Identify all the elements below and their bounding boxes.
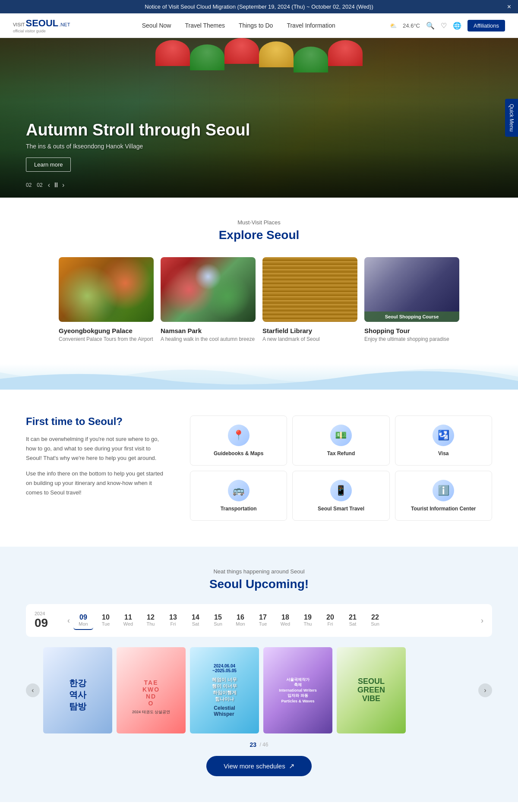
calendar-day-15[interactable]: 15 Sun (208, 611, 228, 630)
ft-card-guidebooks[interactable]: 📍 Guidebooks & Maps (190, 415, 287, 466)
slide-next-icon[interactable]: › (62, 181, 64, 189)
firsttime-desc2: Use the info there on the bottom to help… (26, 469, 164, 497)
calendar-day-22[interactable]: 22 Sun (365, 611, 385, 630)
nav-travel-themes[interactable]: Travel Themes (185, 22, 225, 29)
hero-learn-more-button[interactable]: Learn more (26, 157, 71, 172)
tax-refund-icon: 💵 (330, 425, 352, 446)
firsttime-title: First time to Seoul? (26, 415, 164, 428)
explore-card-gyeongbokgung[interactable]: Gyeongbokgung Palace Convenient Palace T… (59, 257, 154, 342)
day-name-10: Tue (102, 621, 110, 626)
firsttime-grid: 📍 Guidebooks & Maps 💵 Tax Refund 🛂 Visa … (190, 415, 492, 521)
day-name-14: Sat (192, 621, 199, 626)
close-icon[interactable]: × (507, 3, 511, 11)
calendar-day-16[interactable]: 16 Mon (231, 611, 250, 630)
calendar-day-19[interactable]: 19 Thu (298, 611, 318, 630)
calendar-day-12[interactable]: 12 Thu (141, 611, 161, 630)
calendar-day-18[interactable]: 18 Wed (275, 611, 295, 630)
slide-current: 02 (26, 182, 32, 188)
slide-prev-icon[interactable]: ‹ (48, 181, 50, 189)
calendar-day-14[interactable]: 14 Sat (186, 611, 205, 630)
calendar-day-10[interactable]: 10 Tue (96, 611, 116, 630)
search-icon[interactable]: 🔍 (426, 22, 435, 30)
day-num-11: 11 (124, 614, 132, 621)
calendar-day-20[interactable]: 20 Fri (320, 611, 340, 630)
calendar-day-13[interactable]: 13 Fri (163, 611, 183, 630)
explore-card-shopping[interactable]: Seoul Shopping Course Shopping Tour Enjo… (364, 257, 459, 342)
visa-icon: 🛂 (433, 425, 454, 446)
ft-card-smart-travel[interactable]: 📱 Seoul Smart Travel (292, 471, 389, 521)
heart-icon[interactable]: ♡ (441, 22, 447, 30)
calendar-day-17[interactable]: 17 Tue (253, 611, 273, 630)
poster-writers-inner: 서울국제작가축제International Writers입자와 파동Parti… (263, 647, 332, 733)
nav-things-to-do[interactable]: Things to Do (239, 22, 273, 29)
transport-icon: 🚌 (228, 480, 250, 501)
calendar-day-09[interactable]: 09 Mon (73, 611, 93, 630)
slide-pause-icon[interactable]: ⏸ (53, 181, 60, 189)
explore-section-title: Explore Seoul (26, 228, 492, 242)
event-poster-writers[interactable]: 서울국제작가축제International Writers입자와 파동Parti… (263, 647, 332, 733)
taekwondo-subtitle: 2024 태권도 상설공연 (132, 709, 170, 715)
event-poster-hangang[interactable]: 한강역사탐방 (43, 647, 112, 733)
affiliations-button[interactable]: Affiliations (467, 20, 505, 31)
logo-visit: VISIT (13, 22, 25, 27)
events-row: ‹ 한강역사탐방 TAEKWONDO 2024 태권도 상설공연 2024.06… (26, 647, 492, 733)
ft-card-tourist-info[interactable]: ℹ️ Tourist Information Center (395, 471, 492, 521)
hero-umbrellas (0, 38, 518, 90)
slide-controls: ‹ ⏸ › (48, 181, 65, 189)
visa-label: Visa (438, 450, 449, 456)
event-poster-greenvibe[interactable]: SEOULGREENVIBE (337, 647, 406, 733)
nav-seoul-now[interactable]: Seoul Now (142, 22, 171, 29)
explore-card-namsan[interactable]: Namsan Park A healing walk in the cool a… (161, 257, 256, 342)
tourist-info-icon: ℹ️ (433, 480, 454, 501)
upcoming-header: Neat things happening around Seoul Seoul… (26, 568, 492, 591)
card-image-starfield (262, 257, 357, 322)
temperature: 24.6°C (403, 22, 420, 29)
card-image-gyeongbokgung (59, 257, 154, 322)
celestial-title: 헤엄이 너무행이 이너무하임이행게힘나이나 (212, 677, 237, 702)
event-poster-taekwondo[interactable]: TAEKWONDO 2024 태권도 상설공연 (117, 647, 186, 733)
nav-travel-info[interactable]: Travel Information (287, 22, 335, 29)
view-more-wrap: View more schedules ↗ (26, 756, 492, 776)
calendar-year: 2024 (35, 611, 60, 616)
events-prev-button[interactable]: ‹ (26, 683, 40, 697)
guidebooks-label: Guidebooks & Maps (214, 450, 263, 456)
logo-net: .NET (59, 22, 70, 27)
card-desc-starfield: A new landmark of Seoul (262, 336, 357, 342)
poster-celestial-inner: 2024.06.04~2025.05.05 헤엄이 너무행이 이너무하임이행게힘… (190, 647, 259, 733)
calendar-days: 09 Mon 10 Tue 11 Wed 12 Thu 13 Fri 14 Sa… (73, 611, 477, 630)
logo: VISIT SEOUL .NET official visitor guide (13, 18, 70, 33)
day-name-22: Sun (371, 621, 379, 626)
hero-section: Autumn Stroll through Seoul The ins & ou… (0, 38, 518, 198)
transport-label: Transportation (221, 506, 257, 512)
nav-right: ⛅ 24.6°C 🔍 ♡ 🌐 Affiliations (390, 20, 505, 31)
pagination-current: 23 (250, 741, 257, 748)
hero-title: Autumn Stroll through Seoul (26, 121, 250, 139)
globe-icon[interactable]: 🌐 (453, 22, 461, 30)
nav-links: Seoul Now Travel Themes Things to Do Tra… (87, 22, 390, 29)
calendar-day-21[interactable]: 21 Sat (343, 611, 363, 630)
ft-card-transport[interactable]: 🚌 Transportation (190, 471, 287, 521)
calendar-prev-icon[interactable]: ‹ (67, 616, 70, 625)
calendar-next-icon[interactable]: › (481, 616, 483, 625)
tourist-info-label: Tourist Information Center (411, 506, 476, 512)
day-num-12: 12 (147, 614, 155, 621)
view-more-schedules-button[interactable]: View more schedules ↗ (206, 756, 311, 776)
events-next-button[interactable]: › (478, 683, 492, 697)
explore-section-label: Must-Visit Places (26, 219, 492, 226)
quick-menu[interactable]: Quick Menu (505, 99, 518, 137)
ft-card-tax-refund[interactable]: 💵 Tax Refund (292, 415, 389, 466)
calendar-header: 2024 09 ‹ 09 Mon 10 Tue 11 Wed 12 Thu 13… (35, 611, 483, 630)
card-name-shopping: Shopping Tour (364, 327, 459, 334)
card-desc-gyeongbokgung: Convenient Palace Tours from the Airport (59, 336, 154, 342)
firsttime-inner: First time to Seoul? It can be overwhelm… (26, 415, 492, 521)
events-pagination: 23 / 46 (26, 741, 492, 748)
event-poster-celestial[interactable]: 2024.06.04~2025.05.05 헤엄이 너무행이 이너무하임이행게힘… (190, 647, 259, 733)
day-name-20: Fri (328, 621, 333, 626)
card-desc-namsan: A healing walk in the cool autumn breeze (161, 336, 256, 342)
day-num-10: 10 (102, 614, 110, 621)
explore-card-starfield[interactable]: Starfield Library A new landmark of Seou… (262, 257, 357, 342)
card-image-namsan (161, 257, 256, 322)
ft-card-visa[interactable]: 🛂 Visa (395, 415, 492, 466)
day-name-16: Mon (236, 621, 245, 626)
calendar-day-11[interactable]: 11 Wed (118, 611, 138, 630)
